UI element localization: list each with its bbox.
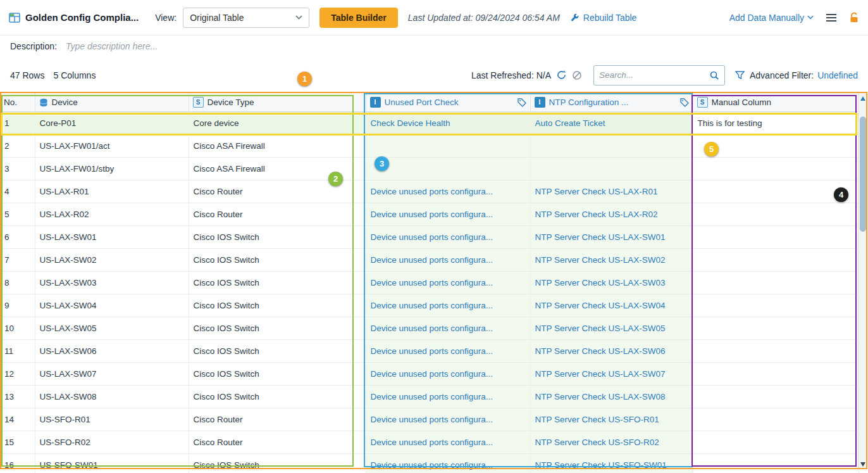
ntp-configuration-cell: NTP Server Check US-LAX-SW07 <box>530 363 693 386</box>
search-icon[interactable] <box>709 70 719 80</box>
data-table: No. Device S Device Type <box>0 93 859 473</box>
device-type-cell: Core device <box>189 112 366 135</box>
add-data-manually-link[interactable]: Add Data Manually <box>729 13 814 23</box>
table-row[interactable]: 13US-LAX-SW08Cisco IOS SwitchDevice unus… <box>0 386 859 408</box>
device-type-cell: Cisco IOS Switch <box>189 363 366 386</box>
last-updated-text: Last Updated at: 09/24/2024 06:54 AM <box>408 13 560 23</box>
intent-link[interactable]: Device unused ports configura... <box>371 301 493 310</box>
intent-link[interactable]: NTP Server Check US-LAX-SW02 <box>535 255 666 265</box>
intent-link[interactable]: NTP Server Check US-LAX-SW07 <box>535 369 666 379</box>
tag-icon[interactable] <box>518 98 526 107</box>
intent-link[interactable]: Device unused ports configura... <box>371 324 493 333</box>
device-type-cell: Cisco IOS Switch <box>189 386 366 408</box>
intent-link[interactable]: NTP Server Check US-LAX-SW01 <box>535 232 666 242</box>
row-number-cell: 14 <box>0 408 35 431</box>
intent-link[interactable]: NTP Server Check US-LAX-R02 <box>535 210 658 219</box>
manual-column-cell <box>693 454 859 473</box>
description-input[interactable] <box>66 41 332 51</box>
intent-link[interactable]: Device unused ports configura... <box>371 255 493 265</box>
device-type-cell: Cisco IOS Switch <box>189 294 366 317</box>
device-type-cell: Cisco IOS Switch <box>189 317 366 340</box>
intent-link[interactable]: Device unused ports configura... <box>371 415 493 424</box>
table-row[interactable]: 15US-SFO-R02Cisco RouterDevice unused po… <box>0 431 859 454</box>
intent-link[interactable]: NTP Server Check US-LAX-SW03 <box>535 278 666 287</box>
refresh-icon[interactable] <box>556 70 567 80</box>
wrench-icon <box>570 13 580 22</box>
intent-link[interactable]: Device unused ports configura... <box>371 460 493 470</box>
column-header-device-type[interactable]: S Device Type <box>189 93 366 112</box>
menu-icon[interactable] <box>826 14 836 22</box>
device-type-cell: Cisco Router <box>189 431 366 454</box>
scroll-down-arrow-icon[interactable] <box>860 462 865 467</box>
table-row[interactable]: 3US-LAX-FW01/stbyCisco ASA Firewall <box>0 158 859 180</box>
scrollbar-thumb[interactable] <box>860 117 866 232</box>
intent-link[interactable]: NTP Server Check US-SFO-SW01 <box>535 460 667 470</box>
intent-link[interactable]: Device unused ports configura... <box>371 346 493 356</box>
table-row[interactable]: 5US-LAX-R02Cisco RouterDevice unused por… <box>0 203 859 226</box>
table-row[interactable]: 1Core-P01Core deviceCheck Device HealthA… <box>0 112 859 135</box>
manual-column-cell <box>693 340 859 363</box>
intent-link[interactable]: NTP Server Check US-SFO-R01 <box>535 415 659 424</box>
device-type-cell: Cisco IOS Switch <box>189 340 366 363</box>
table-row[interactable]: 11US-LAX-SW06Cisco IOS SwitchDevice unus… <box>0 340 859 363</box>
intent-link[interactable]: NTP Server Check US-SFO-R02 <box>535 438 659 447</box>
manual-column-cell <box>693 408 859 431</box>
intent-link[interactable]: Device unused ports configura... <box>371 232 493 242</box>
column-header-unused-port-check[interactable]: I Unused Port Check <box>366 93 530 112</box>
page-title: Golden Config Complia... <box>25 12 139 23</box>
ntp-configuration-cell <box>530 158 693 180</box>
device-cell: Core-P01 <box>35 112 189 135</box>
device-type-cell: Cisco ASA Firewall <box>189 135 366 158</box>
intent-link[interactable]: Check Device Health <box>371 118 450 128</box>
table-row[interactable]: 2US-LAX-FW01/actCisco ASA Firewall <box>0 135 859 158</box>
table-row[interactable]: 9US-LAX-SW04Cisco IOS SwitchDevice unuse… <box>0 294 859 317</box>
intent-link[interactable]: NTP Server Check US-LAX-SW08 <box>535 392 666 401</box>
manual-column-cell: This is for testing <box>693 112 859 135</box>
table-row[interactable]: 14US-SFO-R01Cisco RouterDevice unused po… <box>0 408 859 431</box>
device-cell: US-LAX-SW05 <box>35 317 189 340</box>
column-count: 5 Columns <box>53 70 96 80</box>
table-builder-button[interactable]: Table Builder <box>319 8 398 28</box>
table-row[interactable]: 6US-LAX-SW01Cisco IOS SwitchDevice unuse… <box>0 226 859 249</box>
column-header-ntp-configuration[interactable]: I NTP Configuration ... <box>530 93 693 112</box>
vertical-scrollbar[interactable] <box>858 94 868 469</box>
row-number-cell: 9 <box>0 294 35 317</box>
table-row[interactable]: 4US-LAX-R01Cisco RouterDevice unused por… <box>0 180 859 203</box>
column-header-no[interactable]: No. <box>0 93 35 112</box>
intent-link[interactable]: Device unused ports configura... <box>371 210 493 219</box>
intent-link[interactable]: Device unused ports configura... <box>371 392 493 401</box>
device-type-cell: Cisco IOS Switch <box>189 249 366 272</box>
table-row[interactable]: 10US-LAX-SW05Cisco IOS SwitchDevice unus… <box>0 317 859 340</box>
unlock-icon[interactable] <box>849 12 859 23</box>
table-row[interactable]: 8US-LAX-SW03Cisco IOS SwitchDevice unuse… <box>0 272 859 294</box>
device-type-cell: Cisco Router <box>189 408 366 431</box>
auto-refresh-off-icon[interactable] <box>572 70 582 80</box>
rebuild-table-link[interactable]: Rebuild Table <box>570 13 637 23</box>
ntp-configuration-cell: NTP Server Check US-SFO-R02 <box>530 431 693 454</box>
column-header-manual-column[interactable]: S Manual Column <box>693 93 859 112</box>
tag-icon[interactable] <box>680 98 689 107</box>
table-row[interactable]: 7US-LAX-SW02Cisco IOS SwitchDevice unuse… <box>0 249 859 272</box>
intent-link[interactable]: Device unused ports configura... <box>371 278 493 287</box>
intent-link[interactable]: Device unused ports configura... <box>371 187 493 196</box>
intent-link[interactable]: Device unused ports configura... <box>371 438 493 447</box>
stats-row: 47 Rows 5 Columns Last Refreshed: N/A Ad… <box>0 57 868 93</box>
intent-link[interactable]: NTP Server Check US-LAX-R01 <box>535 187 658 196</box>
intent-link[interactable]: NTP Server Check US-LAX-SW05 <box>535 324 666 333</box>
view-select[interactable]: Original Table <box>183 8 309 28</box>
intent-link[interactable]: Auto Create Ticket <box>535 118 605 128</box>
filter-icon[interactable] <box>735 71 745 80</box>
device-type-cell: Cisco IOS Switch <box>189 454 366 473</box>
advanced-filter-value-link[interactable]: Undefined <box>817 70 858 80</box>
intent-link[interactable]: Device unused ports configura... <box>371 369 493 379</box>
search-box[interactable] <box>593 65 725 85</box>
intent-link[interactable]: NTP Server Check US-LAX-SW06 <box>535 346 666 356</box>
table-row[interactable]: 12US-LAX-SW07Cisco IOS SwitchDevice unus… <box>0 363 859 386</box>
callout-2-badge: 2 <box>328 172 343 186</box>
scroll-up-arrow-icon[interactable] <box>860 96 865 101</box>
unused-port-check-cell <box>366 135 530 158</box>
search-input[interactable] <box>599 70 709 80</box>
table-row[interactable]: 16US-SFO-SW01Cisco IOS SwitchDevice unus… <box>0 454 859 473</box>
column-header-device[interactable]: Device <box>35 93 189 112</box>
intent-link[interactable]: NTP Server Check US-LAX-SW04 <box>535 301 666 310</box>
